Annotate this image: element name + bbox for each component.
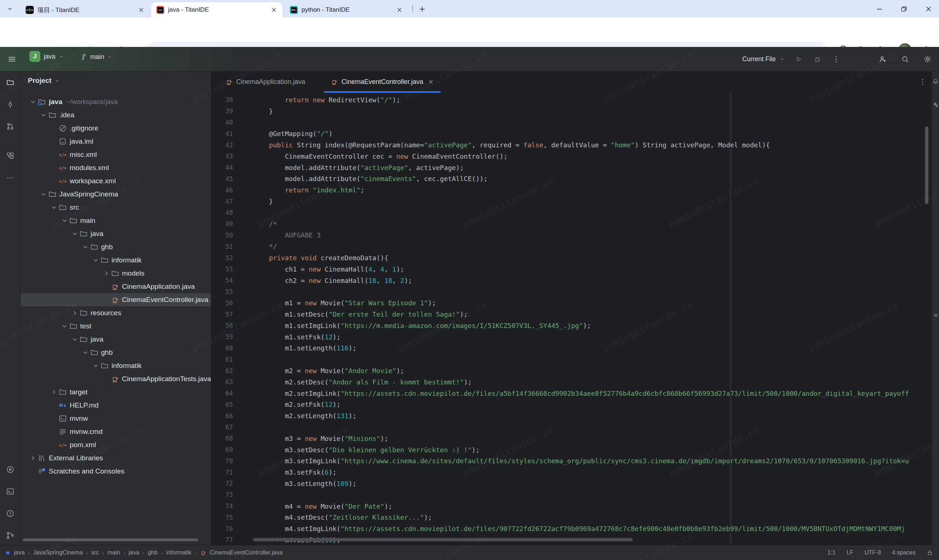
tree-item[interactable]: CinemaEventController.java — [20, 293, 211, 306]
tree-item[interactable]: informatik — [20, 254, 211, 267]
code-line[interactable]: 56 m1 = new Movie("Star Wars Episode 1")… — [211, 297, 932, 309]
chevron-down-icon[interactable] — [91, 256, 100, 265]
tree-item[interactable]: java — [20, 333, 211, 346]
chevron-down-icon[interactable] — [81, 243, 90, 251]
tree-item[interactable]: CinemaApplicationTests.java — [20, 372, 211, 386]
chevron-down-icon[interactable] — [71, 335, 79, 344]
line-number[interactable]: 47 — [211, 198, 233, 205]
line-number[interactable]: 46 — [211, 186, 233, 194]
tree-item[interactable]: ghb — [20, 346, 211, 359]
code-line[interactable]: 60 m1.setLength(116); — [211, 343, 932, 354]
branch-widget[interactable]: main — [80, 53, 112, 61]
code-line[interactable]: 41 @GetMapping("/") — [211, 128, 932, 139]
chevron-right-icon[interactable] — [29, 454, 37, 463]
line-number[interactable]: 74 — [211, 503, 233, 510]
chevron-down-icon[interactable] — [81, 348, 90, 357]
breadcrumb-item[interactable]: ghb — [148, 549, 158, 556]
line-number[interactable]: 39 — [211, 108, 233, 115]
new-tab-button[interactable] — [418, 5, 426, 13]
chevron-down-icon[interactable] — [60, 216, 69, 225]
chevron-right-icon[interactable] — [49, 388, 58, 397]
code-line[interactable]: 51 */ — [211, 241, 932, 252]
code-line[interactable]: 67 — [211, 422, 932, 433]
tree-item[interactable]: </>pom.xml — [20, 438, 211, 452]
lock-icon[interactable] — [927, 549, 933, 556]
tree-item[interactable]: informatik — [20, 359, 211, 372]
breadcrumb-item[interactable]: main — [108, 549, 120, 556]
code-line[interactable]: 54 ch2 = new CinemaHall(18, 18, 2); — [211, 275, 932, 286]
tree-item[interactable]: java.iml — [20, 135, 211, 148]
code-line[interactable]: 39 } — [211, 106, 932, 117]
tree-item[interactable]: JavaSpringCinema — [20, 188, 211, 201]
chevron-down-icon[interactable] — [39, 111, 48, 120]
code-line[interactable]: 38 return new RedirectView("/"); — [211, 94, 932, 106]
tree-item[interactable]: .idea — [20, 108, 211, 122]
tab-close-icon[interactable] — [428, 79, 434, 85]
code-line[interactable]: 74 m4 = new Movie("Der Pate"); — [211, 501, 932, 512]
chevron-down-icon[interactable] — [779, 57, 785, 62]
editor-tab[interactable]: CinemaEventController.java — [324, 71, 441, 92]
breadcrumb-file[interactable]: CinemaEventController.java — [210, 549, 282, 556]
breadcrumb-item[interactable]: informatik — [166, 549, 191, 556]
line-number[interactable]: 62 — [211, 367, 233, 375]
line-number[interactable]: 51 — [211, 243, 233, 250]
problems-icon[interactable] — [6, 509, 15, 518]
search-everywhere-icon[interactable] — [901, 55, 909, 63]
tab-close-icon[interactable] — [271, 6, 277, 13]
line-number[interactable]: 70 — [211, 457, 233, 465]
code-line[interactable]: 61 — [211, 354, 932, 365]
debug-icon[interactable] — [813, 55, 822, 63]
line-number[interactable]: 61 — [211, 356, 233, 363]
structure-icon[interactable] — [6, 151, 15, 160]
breadcrumb-item[interactable]: JavaSpringCinema — [33, 549, 83, 556]
line-ending[interactable]: LF — [846, 549, 854, 556]
code-line[interactable]: 45 model.addAttribute("cinemaEvents", ce… — [211, 173, 932, 185]
editor-tab[interactable]: CinemaApplication.java — [219, 71, 312, 92]
line-number[interactable]: 49 — [211, 220, 233, 228]
code-line[interactable]: 43 CinemaEventController cec = new Cinem… — [211, 151, 932, 162]
browser-tab[interactable]: PCpython - TitanIDE — [285, 2, 408, 18]
tree-item[interactable]: main — [20, 214, 211, 227]
code-line[interactable]: 69 m3.setDesc("Die kleinen gelben Verrüc… — [211, 444, 932, 455]
code-with-me-icon[interactable] — [879, 55, 887, 63]
line-number[interactable]: 57 — [211, 311, 233, 318]
code-line[interactable]: 65 m2.setFsk(12); — [211, 399, 932, 411]
breadcrumb-item[interactable]: java — [129, 549, 139, 556]
tree-horizontal-scrollbar[interactable] — [23, 538, 198, 541]
line-number[interactable]: 54 — [211, 277, 233, 284]
code-line[interactable]: 52 private void createDemoData(){ — [211, 252, 932, 263]
code-line[interactable]: 64 m2.setImgLink("https://assets.cdn.mov… — [211, 388, 932, 399]
line-number[interactable]: 66 — [211, 412, 233, 420]
code-line[interactable]: 59 m1.setFsk(12); — [211, 331, 932, 343]
tree-item[interactable]: CinemaApplication.java — [20, 280, 211, 293]
code-line[interactable]: 76 m4.setImgLink("https://assets.cdn.mov… — [211, 523, 932, 534]
browser-tab[interactable]: <t>项目 - TitanIDE — [20, 2, 150, 18]
line-number[interactable]: 71 — [211, 469, 233, 476]
line-number[interactable]: 72 — [211, 480, 233, 487]
line-number[interactable]: 40 — [211, 119, 233, 126]
tree-item[interactable]: mvnw — [20, 412, 211, 425]
chevron-right-icon[interactable] — [102, 269, 111, 278]
collapse-icon[interactable] — [933, 312, 939, 318]
line-number[interactable]: 56 — [211, 299, 233, 307]
chevron-down-icon[interactable] — [49, 203, 58, 212]
line-number[interactable]: 43 — [211, 152, 233, 160]
line-number[interactable]: 63 — [211, 378, 233, 386]
ai-assistant-icon[interactable] — [933, 102, 939, 108]
line-number[interactable]: 67 — [211, 424, 233, 431]
line-number[interactable]: 41 — [211, 130, 233, 137]
line-number[interactable]: 65 — [211, 401, 233, 408]
restore-icon[interactable] — [900, 5, 908, 13]
tree-item[interactable]: </>workspace.xml — [20, 174, 211, 188]
close-icon[interactable] — [925, 5, 933, 13]
chevron-down-icon[interactable] — [71, 229, 79, 238]
tree-item[interactable]: Scratches and Consoles — [20, 465, 211, 478]
chevron-down-icon[interactable] — [39, 190, 48, 198]
more-icon[interactable] — [6, 173, 15, 182]
code-line[interactable]: 72 m3.setLength(109); — [211, 478, 932, 489]
code-line[interactable]: 40 — [211, 117, 932, 128]
line-number[interactable]: 69 — [211, 446, 233, 453]
code-line[interactable]: 75 m4.setDesc("Zeitloser Klassiker..."); — [211, 512, 932, 523]
tree-item[interactable]: </>modules.xml — [20, 161, 211, 174]
line-number[interactable]: 58 — [211, 322, 233, 329]
